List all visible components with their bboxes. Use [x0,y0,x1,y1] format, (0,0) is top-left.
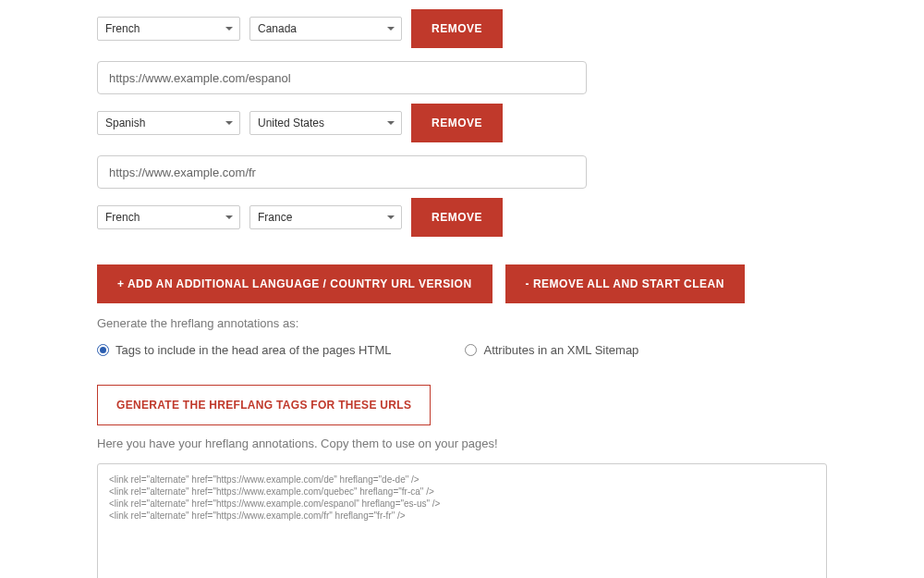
radio-label: Attributes in an XML Sitemap [483,343,638,357]
hreflang-tool: French Canada REMOVE Spanish United Stat… [97,9,924,578]
remove-button[interactable]: REMOVE [411,198,503,237]
radio-icon [465,344,477,356]
output-help-label: Here you have your hreflang annotations.… [97,437,924,450]
language-select[interactable]: French [97,205,240,229]
url-row [97,61,924,94]
language-select-value: Spanish [105,117,145,129]
language-select[interactable]: Spanish [97,111,240,135]
action-buttons-row: + ADD AN ADDITIONAL LANGUAGE / COUNTRY U… [97,264,924,303]
url-input[interactable] [97,155,587,189]
chevron-down-icon [225,215,233,219]
remove-button[interactable]: REMOVE [411,104,503,142]
radio-icon [97,344,109,356]
output-format-radios: Tags to include in the head area of the … [97,343,924,357]
chevron-down-icon [387,121,395,125]
radio-xml-sitemap[interactable]: Attributes in an XML Sitemap [465,343,638,357]
country-select[interactable]: France [249,205,402,229]
radio-html-tags[interactable]: Tags to include in the head area of the … [97,343,391,357]
chevron-down-icon [387,27,395,31]
language-select[interactable]: French [97,17,240,41]
chevron-down-icon [387,215,395,219]
language-select-value: French [105,22,140,35]
output-textarea[interactable] [97,463,827,578]
country-select-value: Canada [258,22,297,35]
entry-row: French France REMOVE [97,198,924,237]
generate-button[interactable]: GENERATE THE HREFLANG TAGS FOR THESE URL… [97,385,431,425]
remove-all-button[interactable]: - REMOVE ALL AND START CLEAN [505,264,745,303]
url-row [97,155,924,189]
country-select[interactable]: Canada [249,17,402,41]
country-select-value: United States [258,117,324,129]
add-language-button[interactable]: + ADD AN ADDITIONAL LANGUAGE / COUNTRY U… [97,264,492,303]
entry-row: French Canada REMOVE [97,9,924,48]
country-select-value: France [258,211,292,224]
chevron-down-icon [225,27,233,31]
radio-label: Tags to include in the head area of the … [116,343,391,357]
url-input[interactable] [97,61,587,94]
generate-as-label: Generate the hreflang annotations as: [97,316,924,330]
entry-row: Spanish United States REMOVE [97,104,924,142]
country-select[interactable]: United States [249,111,402,135]
remove-button[interactable]: REMOVE [411,9,503,48]
language-select-value: French [105,211,140,224]
chevron-down-icon [225,121,233,125]
